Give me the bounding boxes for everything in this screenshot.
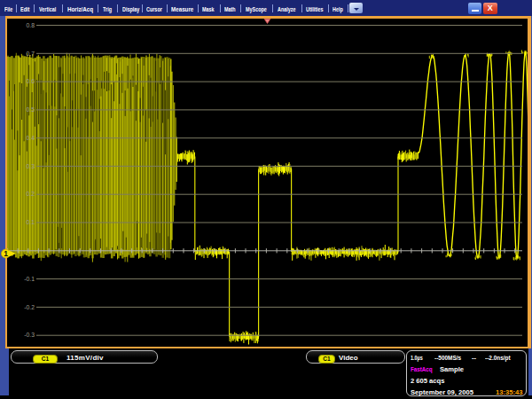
svg-text:0.6: 0.6 [27,78,35,84]
svg-text:0.7: 0.7 [27,51,35,57]
svg-text:0.4: 0.4 [27,135,35,141]
svg-text:0.1: 0.1 [27,219,35,225]
svg-text:0.8: 0.8 [27,22,35,28]
svg-text:1: 1 [4,249,8,258]
svg-text:0.3: 0.3 [27,163,35,169]
svg-text:-0.3: -0.3 [24,332,35,338]
svg-text:0.2: 0.2 [27,191,35,197]
svg-text:0.5: 0.5 [27,106,35,113]
svg-text:-0.1: -0.1 [24,276,35,282]
svg-text:-0.2: -0.2 [24,304,35,310]
